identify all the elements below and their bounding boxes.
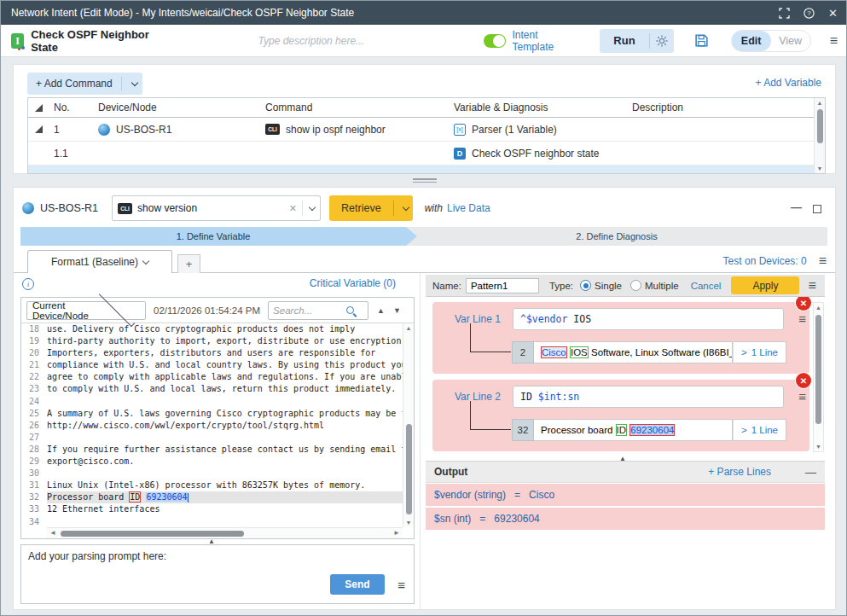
search-box	[268, 301, 368, 320]
intent-template-toggle[interactable]	[484, 34, 505, 48]
retrieve-dropdown-icon[interactable]	[394, 207, 413, 210]
tabs-menu-icon[interactable]: ≡	[819, 254, 827, 268]
code-line-19[interactable]: 19third-party authority to import, expor…	[21, 335, 403, 347]
cancel-link[interactable]: Cancel	[691, 281, 722, 291]
code-line-18[interactable]: 18use. Delivery of Cisco cryptographic p…	[21, 323, 403, 335]
code-line-20[interactable]: 20Importers, exporters, distributors and…	[21, 347, 403, 359]
scroll-down-icon[interactable]: ▼	[403, 520, 414, 526]
code-line-21[interactable]: 21compliance with U.S. and local country…	[21, 359, 403, 371]
cards-scrollbar[interactable]: ▲ ▼	[813, 302, 824, 452]
table-row-selected-clipped[interactable]: 2 US-BOS-R1 CLIshow ip ospf neighbor [x]…	[28, 166, 825, 173]
code-line-22[interactable]: 22agree to comply with applicable laws a…	[21, 371, 403, 383]
send-button[interactable]: Send	[330, 574, 385, 595]
edit-mode-button[interactable]: Edit	[732, 31, 771, 51]
expand-icon: >	[741, 347, 747, 357]
code-line-31[interactable]: 31Linux Unix (Intel-x86) processor with …	[21, 479, 403, 491]
expand-icon: >	[741, 425, 747, 435]
scroll-down-icon[interactable]: ▼	[814, 444, 823, 450]
live-data-link[interactable]: Live Data	[447, 202, 490, 214]
scroll-thumb[interactable]	[406, 424, 412, 514]
code-vertical-scrollbar[interactable]: ▲ ▼	[403, 323, 414, 527]
code-line-27[interactable]: 27	[21, 432, 403, 444]
code-line-33[interactable]: 3312 Ethernet interfaces	[21, 503, 403, 515]
pattern-menu-icon[interactable]: ≡	[808, 279, 815, 293]
add-variable-link[interactable]: + Add Variable	[755, 77, 821, 89]
step-define-variable[interactable]: 1. Define Variable	[20, 227, 406, 246]
code-line-29[interactable]: 29export@cisco.com.	[21, 456, 403, 468]
panel-maximize-icon[interactable]	[813, 205, 821, 213]
device-scope-dropdown[interactable]: Current Device/Node	[26, 301, 146, 320]
row-diagnosis-link[interactable]: DCheck OSPF neighbor state	[454, 142, 599, 165]
test-on-devices-link[interactable]: Test on Devices: 0	[723, 255, 807, 267]
help-icon[interactable]: ?	[803, 8, 815, 19]
run-settings-gear-icon[interactable]	[650, 35, 674, 47]
delete-var-line-icon[interactable]: ✕	[796, 297, 811, 311]
var-line-menu-icon[interactable]: ≡	[798, 311, 806, 326]
prompt-menu-icon[interactable]: ≡	[397, 578, 405, 592]
row-parser-link[interactable]: [x]Parser (1 Variable)	[454, 118, 557, 141]
description-input[interactable]	[258, 35, 445, 47]
radio-multiple[interactable]	[630, 280, 641, 291]
critical-variable-link[interactable]: Critical Variable (0)	[20, 277, 396, 289]
scroll-left-icon[interactable]: ◄	[49, 529, 56, 537]
code-line-24[interactable]: 24	[21, 396, 403, 408]
table-row[interactable]: 1.1 DCheck OSPF neighbor state	[28, 142, 825, 166]
code-line-26[interactable]: 26http://www.cisco.com/wwl/export/crypto…	[21, 420, 403, 432]
toolbar-menu-icon[interactable]: ≡	[830, 34, 838, 48]
expand-lines-button[interactable]: >1 Line	[733, 341, 786, 363]
command-dropdown-icon[interactable]	[309, 203, 316, 210]
search-icon[interactable]	[346, 306, 354, 314]
code-line-34[interactable]: 34	[21, 516, 403, 528]
scroll-down-icon[interactable]: ▼	[815, 166, 825, 171]
code-line-23[interactable]: 23to comply with U.S. and local laws, re…	[21, 383, 403, 395]
scroll-thumb[interactable]	[817, 109, 823, 143]
row-expand-icon[interactable]	[35, 118, 49, 141]
code-line-28[interactable]: 28If you require further assistance plea…	[21, 444, 403, 456]
fullscreen-icon[interactable]	[779, 8, 790, 19]
scroll-right-icon[interactable]: ►	[393, 529, 400, 537]
clear-command-icon[interactable]: ✕	[289, 203, 297, 214]
run-button[interactable]: Run	[600, 34, 648, 47]
panel-splitter[interactable]	[1, 174, 847, 187]
scroll-up-icon[interactable]: ▲	[403, 325, 414, 331]
save-icon[interactable]	[694, 33, 709, 48]
retrieve-button[interactable]: Retrieve	[329, 202, 393, 214]
var-line-menu-icon[interactable]: ≡	[798, 389, 806, 404]
add-command-button[interactable]: + Add Command	[27, 73, 142, 95]
command-combobox[interactable]: CLI show version ✕	[112, 195, 321, 221]
add-command-dropdown-icon[interactable]	[122, 83, 142, 85]
step-define-diagnosis[interactable]: 2. Define Diagnosis	[406, 227, 827, 246]
table-scrollbar[interactable]: ▲ ▼	[814, 98, 825, 173]
prompt-input[interactable]	[28, 566, 284, 598]
code-line-32[interactable]: 32Processor board ID 69230604	[21, 491, 403, 503]
scroll-thumb[interactable]	[61, 531, 244, 537]
search-input[interactable]	[273, 305, 346, 316]
delete-var-line-icon[interactable]: ✕	[796, 373, 811, 388]
pattern-name-input[interactable]	[466, 278, 539, 293]
var-line-pattern-input[interactable]: ID $int:sn	[513, 386, 784, 408]
code-line-30[interactable]: 30	[21, 468, 403, 479]
close-icon[interactable]: ✕	[828, 7, 838, 20]
expand-lines-button[interactable]: >1 Line	[733, 419, 786, 441]
code-horizontal-scrollbar[interactable]: ◄ ►	[47, 527, 403, 538]
radio-single[interactable]	[580, 280, 591, 291]
scroll-up-icon[interactable]: ▲	[815, 100, 825, 106]
apply-button[interactable]: Apply	[731, 276, 799, 294]
scroll-thumb[interactable]	[815, 315, 821, 424]
find-previous-icon[interactable]: ▲	[377, 306, 385, 315]
output-minimize-icon[interactable]: —	[805, 466, 816, 479]
find-next-icon[interactable]: ▼	[393, 306, 401, 315]
panel-minimize-icon[interactable]: —	[791, 203, 801, 213]
parse-lines-link[interactable]: + Parse Lines	[708, 466, 771, 478]
name-label: Name:	[432, 281, 461, 291]
table-row[interactable]: 1 US-BOS-R1 CLIshow ip ospf neighbor [x]…	[28, 118, 825, 142]
row-no: 1.1	[54, 142, 68, 165]
var-line-pattern-input[interactable]: ^$vendor IOS	[513, 308, 784, 330]
add-format-tab[interactable]: +	[177, 254, 200, 273]
tab-format1-baseline[interactable]: Format1 (Baseline)	[27, 250, 172, 273]
code-line-25[interactable]: 25A summary of U.S. laws governing Cisco…	[21, 408, 403, 420]
row-no: 1	[54, 118, 60, 141]
scroll-up-icon[interactable]: ▲	[814, 305, 823, 311]
collapse-all-icon[interactable]	[35, 98, 49, 117]
view-mode-button[interactable]: View	[771, 31, 810, 51]
